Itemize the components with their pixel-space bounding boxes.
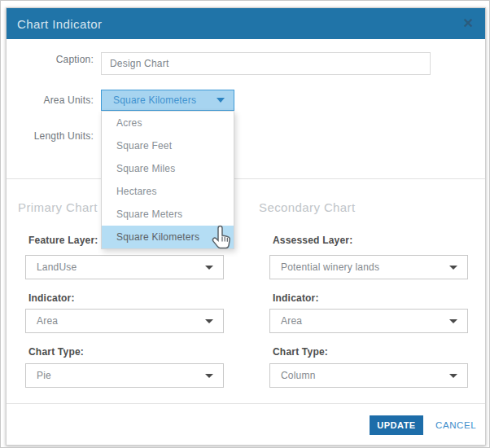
chevron-down-icon [449,319,457,323]
primary-chart-type-label: Chart Type: [28,346,84,358]
area-units-value: Square Kilometers [113,94,217,106]
caption-input[interactable] [101,52,431,75]
chevron-down-icon [205,319,213,323]
feature-layer-label: Feature Layer: [28,235,98,246]
section-divider [7,178,485,179]
primary-chart-type-value: Pie [37,370,205,381]
assessed-layer-value: Potential winery lands [281,261,449,273]
screenshot-frame: Chart Indicator ✕ Caption: Area Units: S… [0,0,490,448]
secondary-chart-type-select[interactable]: Column [269,363,468,388]
dropdown-option[interactable]: Square Miles [102,157,234,180]
dialog-header: Chart Indicator ✕ [7,8,485,39]
assessed-layer-label: Assessed Layer: [273,235,352,246]
area-units-label: Area Units: [18,93,94,108]
chevron-down-icon [449,374,457,378]
caption-label: Caption: [18,52,94,68]
dropdown-option[interactable]: Square Meters [102,203,234,226]
update-button[interactable]: UPDATE [370,415,423,435]
secondary-chart-type-value: Column [281,370,449,381]
length-units-label: Length Units: [18,129,94,144]
feature-layer-select[interactable]: LandUse [25,255,224,279]
footer-divider [7,403,485,404]
chevron-down-icon [449,266,457,270]
dropdown-option[interactable]: Square Feet [102,134,234,157]
chevron-down-icon [217,98,225,103]
secondary-indicator-label: Indicator: [273,292,319,304]
dialog-title: Chart Indicator [17,17,463,31]
primary-indicator-label: Indicator: [28,292,75,304]
chevron-down-icon [205,374,213,378]
secondary-chart-title: Secondary Chart [259,200,356,214]
area-units-select[interactable]: Square Kilometers [101,90,234,111]
primary-indicator-select[interactable]: Area [25,309,224,333]
cancel-button[interactable]: CANCEL [435,420,476,430]
dropdown-option[interactable]: Acres [102,112,234,134]
chart-indicator-dialog: Chart Indicator ✕ Caption: Area Units: S… [6,7,486,446]
assessed-layer-select[interactable]: Potential winery lands [269,255,468,279]
feature-layer-value: LandUse [37,261,205,273]
primary-chart-type-select[interactable]: Pie [25,363,224,388]
mouse-pointer-hand-icon [210,225,233,254]
dropdown-option[interactable]: Hectares [102,180,234,203]
secondary-indicator-select[interactable]: Area [269,309,468,333]
secondary-chart-type-label: Chart Type: [273,346,328,358]
close-icon[interactable]: ✕ [463,17,474,30]
secondary-indicator-value: Area [281,315,449,327]
primary-chart-title: Primary Chart [18,200,98,214]
chevron-down-icon [205,266,213,270]
primary-indicator-value: Area [37,315,205,327]
